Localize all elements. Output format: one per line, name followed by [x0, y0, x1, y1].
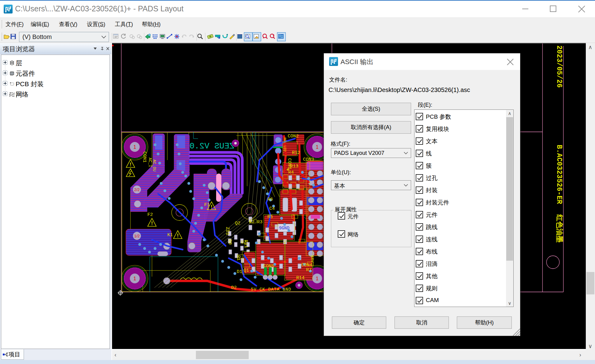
svg-text:ZEUS V2.0: ZEUS V2.0	[189, 142, 234, 151]
svg-text:1: 1	[316, 144, 319, 150]
svg-text:CON3: CON3	[303, 157, 314, 162]
svg-text:+: +	[286, 167, 290, 173]
svg-text:REL LED: REL LED	[283, 137, 287, 152]
svg-text:D1: D1	[237, 269, 242, 274]
svg-text:AC_I: AC_I	[148, 158, 152, 167]
svg-text:48V: 48V	[310, 255, 314, 262]
svg-text:C4: C4	[269, 206, 275, 211]
svg-text:CON2: CON2	[288, 134, 299, 139]
svg-text:!: !	[177, 233, 179, 239]
svg-text:R13: R13	[290, 164, 298, 169]
svg-text:Q2: Q2	[235, 221, 240, 226]
svg-text:U2: U2	[241, 240, 247, 245]
svg-text:1: 1	[134, 276, 136, 281]
svg-text:2/2: 2/2	[134, 187, 140, 192]
svg-text:2023/05/26: 2023/05/26	[555, 45, 563, 88]
svg-text:AC_OU: AC_OU	[152, 159, 157, 171]
svg-text:K1: K1	[167, 232, 173, 238]
svg-text:D2: D2	[231, 285, 237, 290]
svg-text:1/2: 1/2	[134, 234, 140, 238]
svg-text:R5: R5	[267, 214, 273, 220]
svg-text:R14: R14	[296, 275, 305, 281]
svg-text:R7: R7	[306, 267, 312, 273]
svg-text:!: !	[151, 220, 153, 226]
svg-text:ZD1: ZD1	[225, 227, 230, 235]
svg-text:!: !	[130, 162, 131, 167]
svg-text:CON5: CON5	[263, 264, 274, 269]
svg-text:F1: F1	[204, 202, 210, 208]
svg-text:红色油墨: 红色油墨	[556, 214, 564, 243]
svg-text:CON1: CON1	[142, 151, 147, 163]
svg-text:1: 1	[316, 276, 319, 281]
svg-text:R3: R3	[257, 220, 262, 225]
svg-text:1: 1	[134, 144, 136, 150]
svg-text:R12: R12	[292, 150, 300, 155]
svg-text:R9: R9	[227, 239, 232, 245]
svg-text:R6: R6	[267, 197, 273, 202]
svg-text:B.AC0323526-ER: B.AC0323526-ER	[555, 145, 563, 204]
svg-text:CON4: CON4	[301, 262, 312, 268]
svg-text:R2: R2	[249, 220, 255, 225]
svg-text:!: !	[211, 204, 212, 210]
svg-text:5V CK DATA GND: 5V CK DATA GND	[251, 287, 291, 292]
svg-text:R1: R1	[236, 255, 241, 261]
svg-text:Q1: Q1	[243, 268, 249, 273]
svg-text:F2: F2	[147, 212, 153, 217]
